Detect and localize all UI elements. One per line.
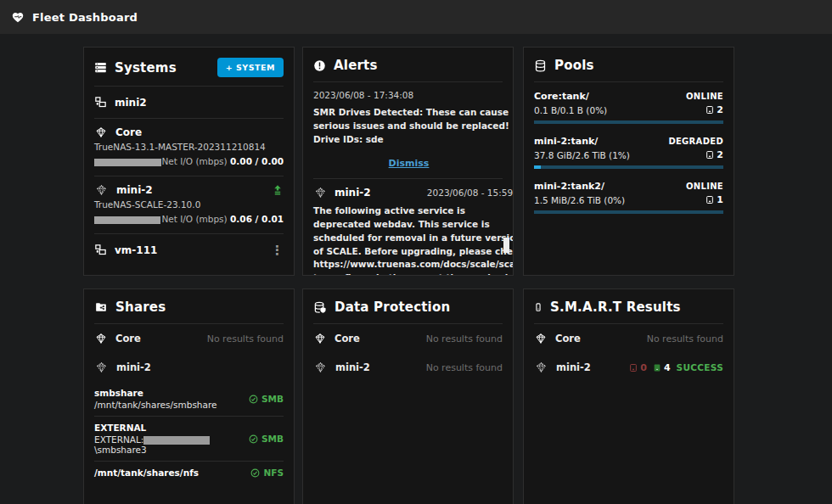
upload-green-icon — [272, 184, 284, 196]
share-path: /mnt/tank/shares/smbshare — [94, 400, 216, 410]
disk-failed-icon — [629, 363, 638, 372]
smart-result-counts: 0 4 SUCCESS — [629, 362, 723, 373]
pool-usage: 0.1 B/0.1 B (0%) — [534, 105, 607, 115]
alert-circle-icon — [313, 59, 326, 72]
shares-system-row-core: Core No results found — [84, 324, 294, 353]
pool-item[interactable]: mini-2:tank2/ ONLINE 1.5 MiB/2.6 TiB (0%… — [524, 172, 734, 217]
disk-passed-icon — [653, 363, 661, 372]
no-results-text: No results found — [426, 333, 503, 344]
share-type-badge: NFS — [250, 468, 284, 478]
pool-usage-bar — [534, 120, 723, 124]
pools-panel-title: Pools — [554, 58, 594, 73]
system-row-mini2[interactable]: mini2 — [84, 87, 294, 118]
dismiss-link[interactable]: Dismiss — [389, 158, 430, 169]
no-results-text: No results found — [426, 362, 503, 373]
system-name: mini-2 — [556, 361, 591, 373]
share-row-smbshare: smbshare /mnt/tank/shares/smbshare SMB — [84, 382, 294, 416]
alerts-panel-header: Alerts — [303, 48, 513, 81]
alert-item: mini-2 2023/06/08 - 15:59:38 The followi… — [303, 179, 513, 276]
shares-system-row-mini-2: mini-2 — [84, 353, 294, 382]
smart-drive-icon — [534, 300, 542, 314]
pool-usage-bar — [534, 165, 723, 169]
share-row-external: EXTERNAL EXTERNAL:\smbshare3 SMB — [84, 417, 294, 461]
redacted-value — [94, 159, 161, 166]
smart-row-core: Core No results found — [524, 324, 734, 353]
system-name: Core — [334, 333, 360, 344]
pool-status: ONLINE — [686, 92, 723, 101]
truenas-scale-icon — [94, 361, 109, 373]
shares-panel-header: Shares — [84, 289, 294, 323]
data-protection-panel-header: Data Protection — [303, 289, 513, 323]
pool-disk-count: 1 — [706, 194, 723, 205]
smart-row-mini-2: mini-2 0 4 SUCCESS — [524, 353, 734, 382]
systems-panel-title: Systems — [115, 60, 177, 76]
check-circle-icon — [249, 395, 258, 404]
check-circle-icon — [249, 434, 258, 444]
row-menu-icon[interactable]: ⋮ — [271, 246, 284, 255]
share-name: EXTERNAL — [94, 423, 249, 433]
pool-disk-count: 2 — [706, 149, 723, 160]
system-name: mini-2 — [116, 361, 151, 373]
alerts-panel: Alerts 2023/06/08 - 17:34:08 SMR Drives … — [302, 47, 514, 276]
system-name: mini-2 — [335, 361, 370, 373]
redacted-value — [94, 216, 160, 224]
system-row-core[interactable]: Core TrueNAS-13.1-MASTER-202311210814 Ne… — [84, 119, 294, 176]
vm-host-icon — [94, 244, 107, 256]
truenas-scale-icon — [94, 184, 109, 196]
truenas-core-icon — [534, 333, 548, 344]
no-results-text: No results found — [647, 333, 723, 344]
system-name: mini-2 — [116, 184, 153, 196]
add-system-button[interactable]: + SYSTEM — [217, 58, 284, 77]
system-row-vm-111[interactable]: vm-111 ⋮ — [84, 234, 294, 266]
app-title: Fleet Dashboard — [32, 11, 138, 24]
pool-item[interactable]: Core:tank/ ONLINE 0.1 B/0.1 B (0%) 2 — [524, 82, 734, 127]
smart-failed-count: 0 — [629, 362, 647, 373]
truecommand-heart-logo-icon — [11, 11, 25, 24]
smart-results-panel: S.M.A.R.T Results Core No results found … — [523, 288, 734, 504]
share-name: smbshare — [94, 388, 216, 398]
check-circle-icon — [250, 468, 260, 478]
truenas-scale-icon — [313, 361, 328, 373]
data-protection-panel: Data Protection Core No results found mi… — [302, 288, 514, 504]
alert-system-name: mini-2 — [334, 187, 371, 199]
data-protection-row-mini-2: mini-2 No results found — [303, 353, 513, 382]
fleet-dashboard-screen: Fleet Dashboard Systems + SYSTEM mini2 C… — [0, 0, 832, 504]
share-row-nfs: /mnt/tank/shares/nfs NFS — [84, 462, 294, 484]
system-name: Core — [115, 333, 141, 344]
system-name: vm-111 — [115, 244, 157, 256]
alerts-panel-title: Alerts — [334, 58, 378, 73]
system-version: TrueNAS-SCALE-23.10.0 — [94, 199, 284, 210]
database-shield-icon — [313, 301, 327, 314]
pool-item[interactable]: mini-2:tank/ DEGRADED 37.8 GiB/2.6 TiB (… — [524, 127, 734, 172]
pool-usage: 1.5 MiB/2.6 TiB (0%) — [534, 195, 625, 205]
truenas-scale-icon — [313, 187, 328, 199]
truenas-core-icon — [94, 126, 108, 138]
system-name: mini2 — [115, 97, 147, 109]
system-name: Core — [555, 333, 581, 344]
pools-panel: Pools Core:tank/ ONLINE 0.1 B/0.1 B (0%)… — [523, 47, 734, 276]
pool-status: ONLINE — [686, 182, 723, 191]
pool-status: DEGRADED — [668, 137, 723, 146]
scrollbar-thumb[interactable] — [503, 238, 509, 253]
redacted-value — [143, 436, 210, 445]
pools-panel-header: Pools — [524, 48, 734, 81]
systems-panel-header: Systems + SYSTEM — [84, 48, 294, 86]
system-row-mini-2[interactable]: mini-2 TrueNAS-SCALE-23.10.0 Net I/O (mb… — [84, 176, 294, 233]
pool-usage: 37.8 GiB/2.6 TiB (1%) — [534, 150, 630, 160]
disk-icon — [706, 195, 714, 204]
shares-panel-title: Shares — [115, 300, 166, 315]
system-name: Core — [115, 126, 142, 138]
systems-panel: Systems + SYSTEM mini2 Core TrueNAS-13.1… — [83, 47, 295, 276]
share-name: /mnt/tank/shares/nfs — [94, 468, 199, 478]
system-version: TrueNAS-13.1-MASTER-202311210814 — [94, 142, 284, 152]
share-path: EXTERNAL:\smbshare3 — [94, 434, 249, 455]
shares-panel: Shares Core No results found mini-2 smbs… — [83, 288, 295, 504]
data-protection-row-core: Core No results found — [303, 324, 513, 353]
alert-timestamp: 2023/06/08 - 17:34:08 — [313, 90, 503, 100]
vm-host-icon — [94, 96, 107, 109]
disk-icon — [706, 105, 714, 115]
pools-database-icon — [534, 59, 547, 72]
disk-icon — [706, 150, 714, 160]
net-io-stat: Net I/O (mbps) 0.00 / 0.00 — [161, 156, 284, 166]
alert-message: SMR Drives Detected: These can cause ser… — [313, 106, 514, 146]
